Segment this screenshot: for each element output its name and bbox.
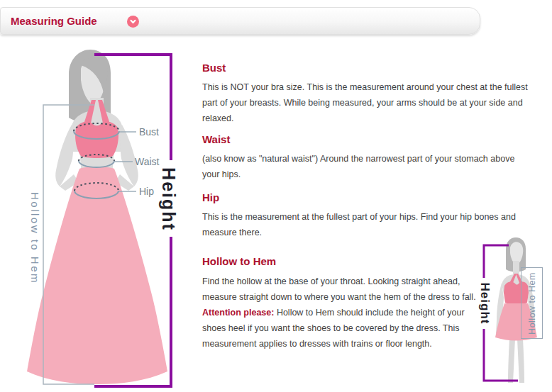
small-figure-left-leg (508, 339, 515, 383)
hollow-to-hem-label: Hollow to Hem (29, 192, 41, 284)
large-figure-illustration (27, 50, 171, 386)
measuring-guide-page: { "header": { "title": "Measuring Guide"… (0, 0, 552, 392)
waist-label: Waist (135, 156, 159, 167)
dress-bodice (75, 122, 118, 158)
height-label: Height (158, 167, 179, 231)
section-body-hollow-to-hem: Find the hollow at the base of your thro… (202, 274, 483, 352)
section-heading-hollow-to-hem: Hollow to Hem (202, 255, 276, 267)
hip-label: Hip (139, 186, 154, 197)
section-heading-waist: Waist (202, 133, 230, 145)
section-body-waist: (also know as "natural waist") Around th… (202, 151, 529, 182)
hollow-body-text: Find the hollow at the base of your thro… (202, 276, 476, 302)
bust-label: Bust (139, 126, 159, 138)
small-hollow-to-hem-label: Hollow to Hem (527, 272, 537, 335)
small-height-bracket-top (484, 245, 509, 278)
section-body-hip: This is the measurement at the fullest p… (202, 209, 529, 240)
small-hollow-to-hem-box: Hollow to Hem (521, 267, 543, 339)
section-heading-hip: Hip (202, 191, 219, 203)
attention-label: Attention please: (202, 308, 274, 318)
small-figure-right-leg (517, 339, 524, 383)
dress-skirt (27, 167, 167, 384)
section-body-bust: This is NOT your bra size. This is the m… (202, 79, 529, 126)
section-heading-bust: Bust (202, 62, 226, 74)
